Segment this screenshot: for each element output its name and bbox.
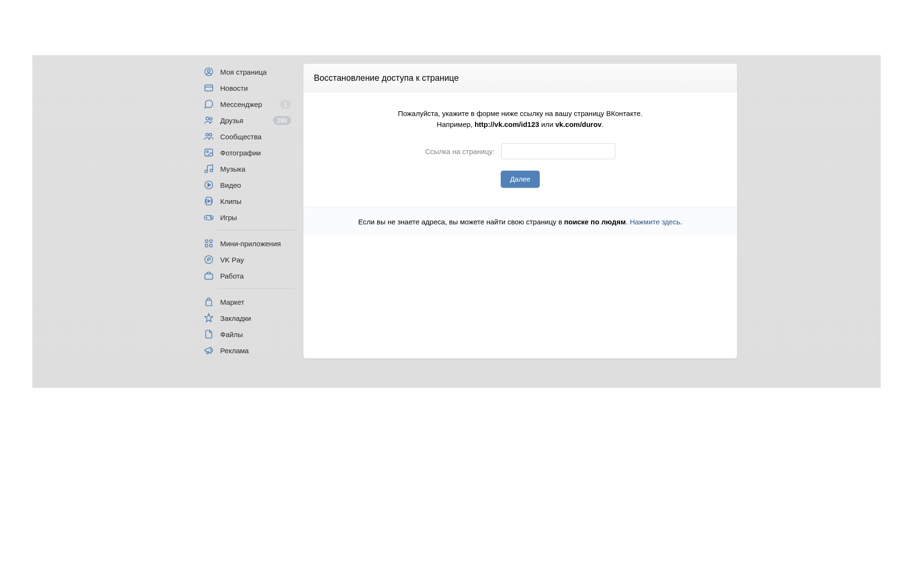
sidebar-item-label: Новости bbox=[220, 84, 291, 92]
svg-point-0 bbox=[205, 68, 213, 76]
sidebar: Моя страница Новости Мессенджер 1 bbox=[200, 64, 295, 358]
work-icon bbox=[204, 270, 214, 281]
games-icon bbox=[204, 212, 214, 222]
ads-icon bbox=[204, 345, 214, 356]
sidebar-item-label: Файлы bbox=[220, 330, 291, 338]
sidebar-item-music[interactable]: Музыка bbox=[200, 161, 295, 177]
panel-body: Пожалуйста, укажите в форме ниже ссылку … bbox=[303, 92, 737, 207]
instruction-line1: Пожалуйста, укажите в форме ниже ссылку … bbox=[398, 109, 642, 117]
svg-rect-23 bbox=[205, 244, 208, 247]
sidebar-item-bookmarks[interactable]: Закладки bbox=[200, 310, 295, 326]
bookmarks-icon bbox=[204, 313, 214, 323]
sidebar-item-label: Моя страница bbox=[220, 68, 291, 76]
badge-messages: 1 bbox=[280, 100, 291, 109]
url-input[interactable] bbox=[501, 143, 615, 159]
market-icon bbox=[204, 297, 214, 307]
files-icon bbox=[204, 329, 214, 339]
divider bbox=[217, 230, 295, 231]
sidebar-item-files[interactable]: Файлы bbox=[200, 326, 295, 342]
next-button[interactable]: Далее bbox=[501, 171, 540, 188]
panel-footer: Если вы не знаете адреса, вы можете найт… bbox=[303, 207, 737, 236]
instruction-text: Пожалуйста, укажите в форме ниже ссылку … bbox=[332, 108, 709, 130]
instruction-or: или bbox=[539, 120, 555, 128]
photos-icon bbox=[204, 147, 214, 158]
sidebar-item-label: Закладки bbox=[220, 314, 291, 322]
page-title: Восстановление доступа к странице bbox=[314, 73, 727, 83]
url-input-label: Ссылка на страницу: bbox=[425, 147, 495, 155]
sidebar-item-messages[interactable]: Мессенджер 1 bbox=[200, 96, 295, 112]
svg-point-19 bbox=[210, 217, 211, 218]
svg-point-7 bbox=[209, 134, 212, 136]
sidebar-item-label: Клипы bbox=[220, 197, 291, 205]
sidebar-item-label: Видео bbox=[220, 181, 291, 189]
badge-friends: 290 bbox=[273, 116, 291, 125]
sidebar-item-label: Реклама bbox=[220, 347, 291, 355]
page-wrapper: Моя страница Новости Мессенджер 1 bbox=[0, 0, 913, 588]
sidebar-item-label: VK Pay bbox=[220, 256, 291, 264]
sidebar-item-pay[interactable]: VK Pay bbox=[200, 251, 295, 268]
instruction-example1: http://vk.com/id123 bbox=[475, 120, 539, 128]
instruction-prefix: Например, bbox=[437, 120, 475, 128]
sidebar-item-label: Игры bbox=[220, 213, 291, 222]
music-icon bbox=[204, 164, 214, 174]
sidebar-item-miniapps[interactable]: Мини-приложения bbox=[200, 235, 295, 251]
svg-point-4 bbox=[206, 117, 209, 120]
miniapps-icon bbox=[204, 238, 214, 249]
sidebar-item-label: Друзья bbox=[220, 116, 273, 125]
news-icon bbox=[204, 83, 214, 93]
svg-marker-13 bbox=[208, 183, 211, 186]
instruction-suffix: . bbox=[602, 120, 603, 128]
sidebar-item-label: Мини-приложения bbox=[220, 240, 291, 248]
sidebar-item-label: Фотографии bbox=[220, 149, 291, 157]
svg-point-10 bbox=[205, 170, 208, 173]
svg-point-11 bbox=[210, 169, 213, 172]
divider bbox=[217, 289, 295, 289]
sidebar-item-profile[interactable]: Моя страница bbox=[200, 64, 295, 80]
main-panel: Восстановление доступа к странице Пожалу… bbox=[303, 64, 737, 358]
sidebar-item-label: Маркет bbox=[220, 298, 291, 306]
sidebar-item-label: Музыка bbox=[220, 165, 291, 173]
svg-point-6 bbox=[206, 134, 209, 136]
footer-prefix: Если вы не знаете адреса, вы можете найт… bbox=[358, 218, 564, 226]
svg-point-1 bbox=[207, 69, 210, 72]
footer-suffix: . bbox=[680, 218, 682, 226]
form-row: Ссылка на страницу: bbox=[332, 143, 709, 159]
svg-rect-2 bbox=[205, 85, 213, 91]
sidebar-item-ads[interactable]: Реклама bbox=[200, 342, 295, 358]
svg-point-20 bbox=[211, 218, 212, 219]
header-space bbox=[0, 10, 913, 55]
sidebar-item-news[interactable]: Новости bbox=[200, 80, 295, 96]
clips-icon bbox=[204, 196, 214, 206]
svg-rect-21 bbox=[205, 240, 208, 243]
friends-icon bbox=[204, 115, 214, 125]
profile-icon bbox=[204, 67, 214, 77]
video-icon bbox=[204, 180, 214, 190]
sidebar-item-work[interactable]: Работа bbox=[200, 268, 295, 284]
svg-point-5 bbox=[210, 118, 212, 120]
svg-rect-22 bbox=[210, 240, 213, 243]
sidebar-item-clips[interactable]: Клипы bbox=[200, 193, 295, 209]
content-area: Моя страница Новости Мессенджер 1 bbox=[32, 55, 881, 388]
sidebar-item-label: Сообщества bbox=[220, 133, 291, 141]
sidebar-item-market[interactable]: Маркет bbox=[200, 294, 295, 310]
svg-rect-26 bbox=[205, 274, 213, 279]
sidebar-item-friends[interactable]: Друзья 290 bbox=[200, 112, 295, 128]
svg-marker-15 bbox=[208, 200, 210, 202]
footer-bold: поиске по людям bbox=[564, 218, 626, 226]
sidebar-item-photos[interactable]: Фотографии bbox=[200, 145, 295, 161]
search-people-link[interactable]: Нажмите здесь bbox=[630, 218, 680, 226]
pay-icon bbox=[204, 254, 214, 265]
layout: Моя страница Новости Мессенджер 1 bbox=[176, 64, 737, 358]
groups-icon bbox=[204, 131, 214, 142]
sidebar-item-video[interactable]: Видео bbox=[200, 177, 295, 193]
instruction-example2: vk.com/durov bbox=[555, 120, 602, 128]
panel-header: Восстановление доступа к странице bbox=[303, 64, 737, 92]
svg-point-25 bbox=[205, 256, 213, 264]
sidebar-item-games[interactable]: Игры bbox=[200, 209, 295, 225]
svg-point-9 bbox=[206, 151, 208, 153]
sidebar-item-label: Мессенджер bbox=[220, 100, 280, 108]
message-icon bbox=[204, 99, 214, 109]
svg-rect-24 bbox=[210, 244, 213, 247]
sidebar-item-groups[interactable]: Сообщества bbox=[200, 128, 295, 145]
sidebar-item-label: Работа bbox=[220, 272, 291, 280]
